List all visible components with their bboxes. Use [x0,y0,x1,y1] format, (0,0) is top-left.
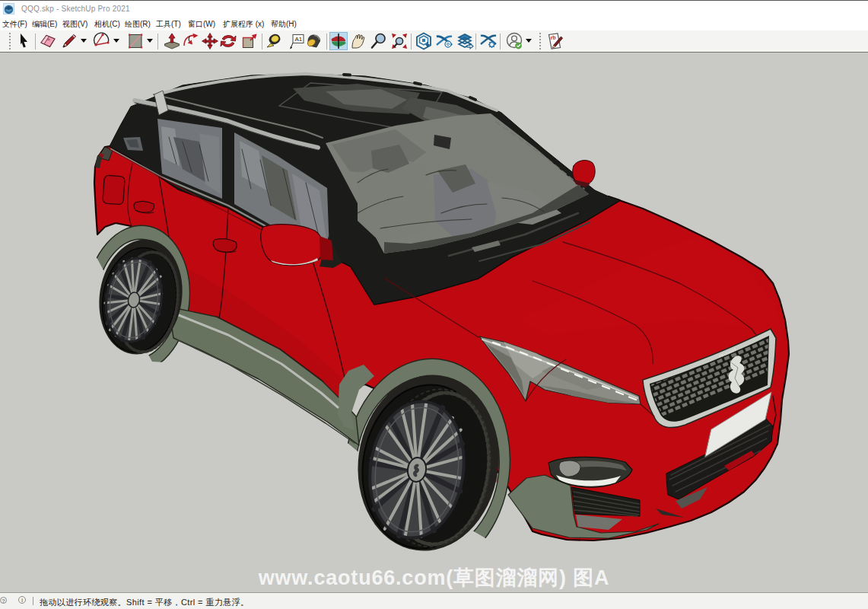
svg-text:rb: rb [550,35,555,40]
svg-text:A1: A1 [295,36,303,43]
